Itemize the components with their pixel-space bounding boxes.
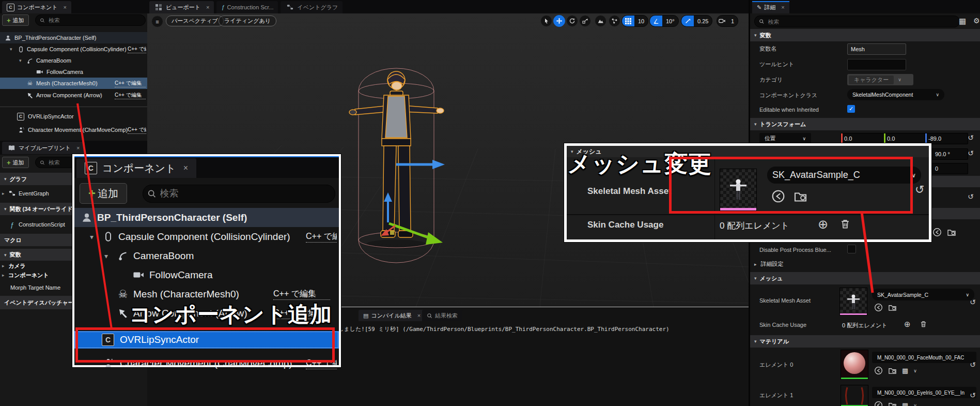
- cpp-edit-link[interactable]: C++ で編集: [128, 46, 146, 53]
- chevron-down-icon[interactable]: ▾: [104, 252, 108, 260]
- transform-header[interactable]: ▾ トランスフォーム: [750, 118, 980, 130]
- trash-icon[interactable]: [920, 320, 927, 328]
- component-class-dropdown[interactable]: SkeletalMeshComponent ∨: [847, 89, 944, 100]
- angle-snap-value[interactable]: 10°: [662, 18, 678, 24]
- location-x-field[interactable]: 0.0: [841, 133, 885, 144]
- search-input[interactable]: [48, 17, 141, 24]
- tree-row-cameraboom[interactable]: ▾ CameraBoom: [74, 246, 339, 265]
- use-selected-asset-icon[interactable]: [874, 401, 883, 406]
- reset-icon[interactable]: ↺: [968, 133, 974, 142]
- material0-dropdown[interactable]: M_N00_000_00_FaceMouth_00_FAC: [872, 352, 976, 363]
- browse-asset-icon[interactable]: [888, 303, 897, 312]
- actor-snap-button[interactable]: [609, 15, 620, 27]
- materials-header[interactable]: ▾ マテリアル: [750, 335, 980, 348]
- tooltip-input[interactable]: [847, 59, 906, 70]
- material0-thumbnail[interactable]: [841, 350, 868, 380]
- tab-compile-results[interactable]: ▤ コンパイル結果 ×: [359, 310, 425, 321]
- close-icon[interactable]: ×: [183, 163, 188, 173]
- scale-snap-value[interactable]: 0.25: [694, 18, 712, 24]
- tree-row-capsule[interactable]: ▾ Capsule Component (CollisionCylinder) …: [74, 227, 339, 246]
- chevron-right-icon[interactable]: ▸: [2, 191, 5, 196]
- checker-icon[interactable]: ▩: [902, 401, 908, 406]
- grid-snap-value[interactable]: 10: [634, 18, 648, 24]
- close-icon[interactable]: ×: [417, 312, 421, 319]
- location-dropdown[interactable]: 位置 ∨: [759, 133, 811, 144]
- chevron-right-icon[interactable]: ▸: [2, 273, 5, 278]
- reset-icon[interactable]: ↺: [970, 360, 976, 369]
- search-input[interactable]: [767, 18, 955, 25]
- tab-construction-script[interactable]: ƒ Construction Scr...: [216, 1, 278, 13]
- camera-speed-control[interactable]: 1: [717, 15, 738, 27]
- cpp-edit-link[interactable]: C++ で編集: [128, 126, 146, 134]
- skeletal-mesh-asset-dropdown[interactable]: SK_AvatarSample_C ∨: [872, 289, 974, 300]
- chevron-down-icon[interactable]: ▾: [19, 58, 22, 63]
- category-dropdown[interactable]: キャラクター ∨: [847, 74, 913, 85]
- tab-components[interactable]: C コンポーネント ×: [76, 158, 196, 178]
- chevron-down-icon[interactable]: ▾: [90, 233, 94, 241]
- components-search[interactable]: [35, 14, 146, 26]
- mesh-header[interactable]: ▾ メッシュ: [750, 272, 980, 284]
- angle-snap-toggle[interactable]: 10°: [649, 15, 679, 27]
- details-search[interactable]: [754, 16, 960, 27]
- rotate-tool-button[interactable]: [566, 15, 578, 27]
- search-input[interactable]: [159, 188, 331, 200]
- scale-tool-button[interactable]: [579, 15, 591, 27]
- tree-row-charmove[interactable]: Character Movement (CharMoveComp) C++ で編…: [0, 124, 147, 136]
- close-icon[interactable]: ×: [206, 4, 209, 10]
- surface-snap-button[interactable]: [595, 15, 606, 27]
- checker-icon[interactable]: ▩: [902, 367, 908, 374]
- location-z-field[interactable]: -89.0: [925, 133, 968, 144]
- display-filter-icon[interactable]: ▦: [959, 17, 966, 26]
- chevron-down-icon[interactable]: ∨: [913, 368, 917, 373]
- material1-thumbnail[interactable]: [841, 385, 868, 406]
- browse-asset-icon[interactable]: [888, 401, 897, 406]
- chevron-down-icon[interactable]: ∨: [913, 403, 917, 406]
- reset-icon[interactable]: ↺: [970, 391, 976, 399]
- grid-snap-toggle[interactable]: 10: [621, 15, 648, 27]
- move-tool-button[interactable]: [553, 15, 565, 27]
- disable-post-process-checkbox[interactable]: [847, 245, 856, 253]
- cpp-edit-link[interactable]: C++ で編集: [115, 92, 146, 99]
- chevron-down-icon[interactable]: ▾: [10, 47, 12, 52]
- use-selected-asset-icon[interactable]: [874, 366, 883, 375]
- skeletal-mesh-thumbnail[interactable]: [839, 288, 867, 315]
- close-icon[interactable]: ×: [64, 4, 67, 10]
- rotation-z-field[interactable]: 90.0 °: [931, 148, 968, 160]
- reset-icon[interactable]: ↺: [915, 183, 924, 197]
- reset-icon[interactable]: ↺: [968, 192, 974, 201]
- tree-row-arrow[interactable]: Arrow Component (Arrow) C++ で編集: [0, 89, 147, 101]
- cpp-edit-link[interactable]: C++ で編集: [273, 289, 330, 300]
- trash-icon[interactable]: [839, 218, 851, 230]
- tree-row-self[interactable]: BP_ThirdPersonCharacter (Self): [74, 208, 339, 227]
- cpp-edit-link[interactable]: C++ で編集: [306, 231, 337, 243]
- tab-viewport[interactable]: ビューポート ×: [149, 1, 214, 13]
- tab-my-blueprint[interactable]: マイブループリント ×: [2, 142, 85, 154]
- tab-details[interactable]: ✎ 詳細 ×: [752, 1, 789, 13]
- material1-dropdown[interactable]: M_N00_000_00_EyeIris_00_EYE__In: [872, 387, 976, 398]
- add-component-button[interactable]: + 追加: [80, 183, 127, 204]
- browse-asset-icon[interactable]: [947, 228, 956, 237]
- components-search[interactable]: [143, 185, 335, 203]
- use-selected-asset-icon[interactable]: [932, 228, 942, 237]
- scale-snap-toggle[interactable]: 0.25: [681, 15, 712, 27]
- tree-row-self[interactable]: BP_ThirdPersonCharacter (Self): [0, 32, 147, 43]
- variable-name-input[interactable]: Mesh: [847, 43, 906, 55]
- tree-row-followcamera[interactable]: FollowCamera: [74, 265, 339, 284]
- lighting-mode-button[interactable]: ライティングあり: [219, 16, 276, 26]
- tab-components[interactable]: C コンポーネント ×: [2, 1, 71, 13]
- add-component-button[interactable]: + 追加: [2, 14, 29, 26]
- camera-speed-value[interactable]: 1: [727, 18, 738, 24]
- add-element-icon[interactable]: ⊕: [818, 217, 828, 232]
- tree-row-cameraboom[interactable]: ▾ CameraBoom: [0, 55, 147, 66]
- tab-find-results[interactable]: 結果検索: [422, 310, 462, 321]
- tree-row-ovrlipsync[interactable]: C OVRLipSyncActor: [0, 111, 147, 122]
- gear-icon[interactable]: ⚙: [973, 17, 980, 25]
- tree-row-capsule[interactable]: ▾ Capsule Component (CollisionCylinder) …: [0, 43, 147, 55]
- reset-icon[interactable]: ↺: [968, 149, 974, 157]
- tree-row-followcamera[interactable]: FollowCamera: [0, 66, 147, 78]
- location-y-field[interactable]: 0.0: [883, 133, 927, 144]
- cpp-edit-link[interactable]: C++ で編集: [115, 80, 146, 87]
- variables-header[interactable]: ▾ 変数: [750, 29, 980, 41]
- add-blueprint-button[interactable]: + 追加: [2, 157, 29, 168]
- tree-row-mesh[interactable]: ☠ Mesh (CharacterMesh0) C++ で編集: [0, 78, 147, 89]
